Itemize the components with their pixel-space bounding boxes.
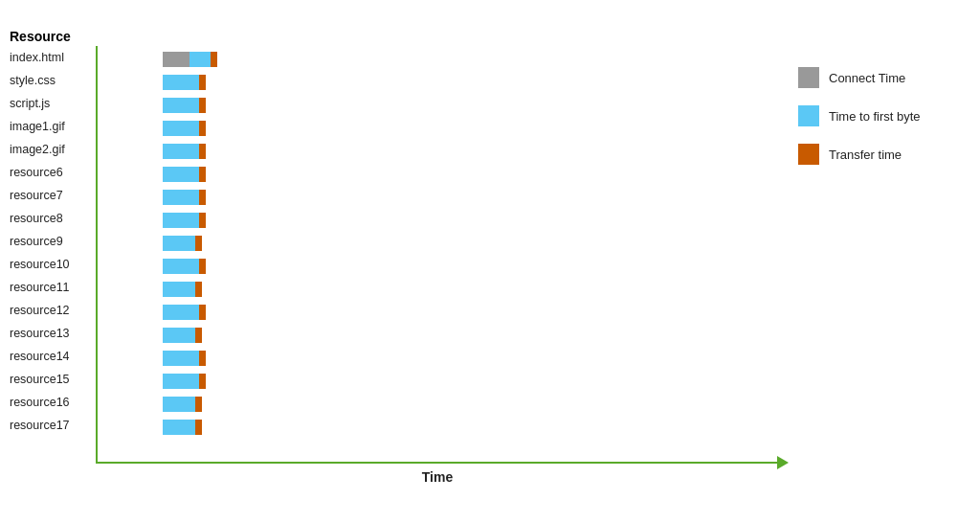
ttfb-segment xyxy=(163,305,199,320)
transfer-segment xyxy=(199,305,206,320)
transfer-segment xyxy=(211,52,217,67)
y-label: script.js xyxy=(10,92,96,115)
legend-item: Time to first byte xyxy=(798,105,970,126)
ttfb-segment xyxy=(163,144,199,159)
ttfb-segment xyxy=(163,374,199,389)
legend-color-box xyxy=(798,105,819,126)
transfer-segment xyxy=(199,351,206,366)
ttfb-segment xyxy=(163,351,199,366)
bar-row xyxy=(98,117,779,140)
chart-left: Resource index.htmlstyle.cssscript.jsima… xyxy=(10,19,779,485)
bar-row xyxy=(98,209,779,232)
ttfb-segment xyxy=(163,167,199,182)
ttfb-segment xyxy=(163,397,195,412)
chart-container: Resource index.htmlstyle.cssscript.jsima… xyxy=(0,0,980,523)
ttfb-segment xyxy=(163,190,199,205)
transfer-segment xyxy=(199,121,206,136)
y-label: resource15 xyxy=(10,368,96,391)
y-label: resource7 xyxy=(10,184,96,207)
ttfb-segment xyxy=(163,328,195,343)
y-label: resource17 xyxy=(10,414,96,437)
transfer-segment xyxy=(195,328,202,343)
bar-row xyxy=(98,71,779,94)
bar-row xyxy=(98,416,779,439)
y-label: resource11 xyxy=(10,276,96,299)
ttfb-segment xyxy=(163,420,195,435)
ttfb-segment xyxy=(163,213,199,228)
y-label: resource8 xyxy=(10,207,96,230)
bar-row xyxy=(98,48,779,71)
bar-row xyxy=(98,301,779,324)
bar-row xyxy=(98,370,779,393)
bar-row xyxy=(98,186,779,209)
ttfb-segment xyxy=(163,259,199,274)
y-label: resource12 xyxy=(10,299,96,322)
bar-row xyxy=(98,347,779,370)
y-label: index.html xyxy=(10,46,96,69)
bar-row xyxy=(98,140,779,163)
legend-label: Connect Time xyxy=(829,71,905,85)
ttfb-segment xyxy=(163,121,199,136)
transfer-segment xyxy=(199,75,206,90)
x-axis-title: Time xyxy=(96,469,779,485)
y-label: resource14 xyxy=(10,345,96,368)
transfer-segment xyxy=(195,420,202,435)
y-label: style.css xyxy=(10,69,96,92)
ttfb-segment xyxy=(163,98,199,113)
legend-label: Transfer time xyxy=(829,148,902,162)
legend: Connect TimeTime to first byteTransfer t… xyxy=(779,19,970,485)
ttfb-segment xyxy=(189,52,211,67)
bar-row xyxy=(98,278,779,301)
chart-area-wrapper: Time xyxy=(96,19,779,485)
transfer-segment xyxy=(199,167,206,182)
transfer-segment xyxy=(199,374,206,389)
y-label: resource6 xyxy=(10,161,96,184)
y-axis-labels: Resource index.htmlstyle.cssscript.jsima… xyxy=(10,19,96,485)
legend-color-box xyxy=(798,144,819,165)
y-label: resource10 xyxy=(10,253,96,276)
chart-bars-area xyxy=(96,46,779,464)
bar-row xyxy=(98,324,779,347)
y-label: resource13 xyxy=(10,322,96,345)
y-label: image1.gif xyxy=(10,115,96,138)
ttfb-segment xyxy=(163,75,199,90)
ttfb-segment xyxy=(163,282,195,297)
legend-color-box xyxy=(798,67,819,88)
bar-row xyxy=(98,94,779,117)
transfer-segment xyxy=(199,213,206,228)
legend-item: Transfer time xyxy=(798,144,970,165)
transfer-segment xyxy=(199,190,206,205)
transfer-segment xyxy=(195,282,202,297)
y-axis-title: Resource xyxy=(10,19,96,46)
transfer-segment xyxy=(199,259,206,274)
transfer-segment xyxy=(195,397,202,412)
ttfb-segment xyxy=(163,236,195,251)
y-label: image2.gif xyxy=(10,138,96,161)
transfer-segment xyxy=(199,144,206,159)
legend-item: Connect Time xyxy=(798,67,970,88)
transfer-segment xyxy=(195,236,202,251)
bar-row xyxy=(98,255,779,278)
y-label: resource9 xyxy=(10,230,96,253)
y-label: resource16 xyxy=(10,391,96,414)
bar-row xyxy=(98,232,779,255)
bars-rows xyxy=(98,46,779,462)
legend-label: Time to first byte xyxy=(829,109,921,124)
bar-row xyxy=(98,393,779,416)
bar-row xyxy=(98,163,779,186)
transfer-segment xyxy=(199,98,206,113)
connect-segment xyxy=(163,52,189,67)
